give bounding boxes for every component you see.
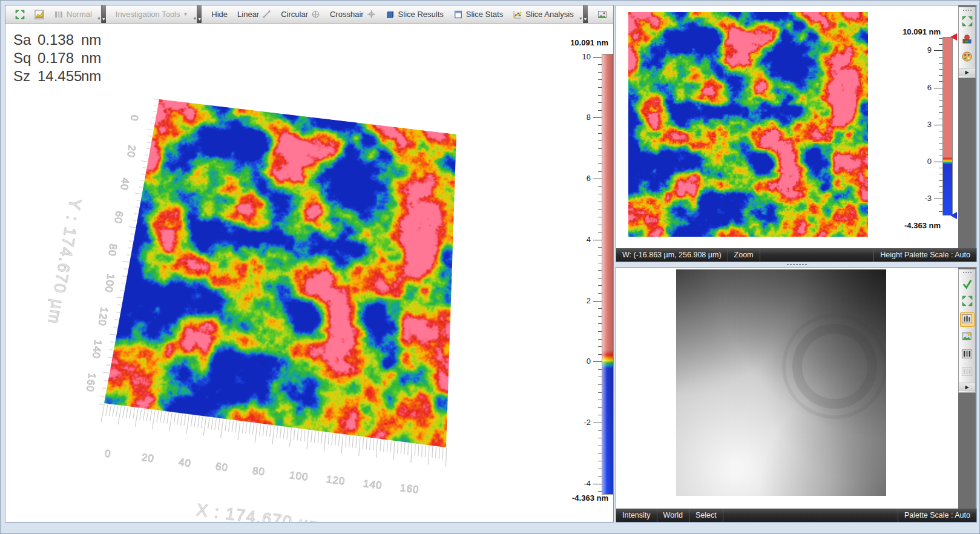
toolbar-grip[interactable] [962, 9, 972, 12]
colorbar-minor-tick [598, 64, 602, 65]
colorbar-minor-tick [939, 150, 942, 150]
colorbar-minor-tick [939, 186, 942, 187]
x-axis-tick-label: 40 [178, 456, 192, 469]
colorbar-minor-tick [598, 392, 602, 393]
colorbar-minor-tick [598, 232, 602, 232]
colorbar-minor-tick [598, 87, 602, 88]
colorbar-tick-label: 3 [910, 120, 932, 129]
colorbar-minor-tick [598, 331, 602, 332]
x-axis-tick-label: 120 [326, 473, 346, 488]
linear-slice-button[interactable]: Linear [232, 5, 276, 23]
slice-stats-button[interactable]: Slice Stats [449, 5, 508, 23]
colorbar-minor-tick [598, 270, 602, 271]
colorbar-minor-tick [939, 57, 942, 58]
colorbar-tick-label: 6 [569, 174, 591, 183]
world-mode-button[interactable]: World [657, 509, 689, 522]
view-mini-toolbar: ▶ [958, 7, 976, 78]
surface-3d-panel: Normal ▼ ▼ Investigation Tools ▼ ▼ ▼ Hid… [5, 5, 614, 522]
toolbar-section-handle[interactable]: ▼ [197, 5, 202, 23]
x-axis-tick-label: 80 [252, 465, 266, 478]
toolbar-overflow-chevron[interactable]: ▼ [97, 5, 101, 23]
colorbar-minor-tick [598, 407, 602, 408]
palette-scale-mode[interactable]: Height Palette Scale : Auto [873, 248, 976, 262]
slice-analysis-button[interactable]: Slice Analysis [508, 5, 578, 23]
columns-icon [54, 10, 64, 19]
toolbar-overflow-chevron[interactable]: ▼ [192, 5, 197, 23]
colorbar-minor-tick [939, 156, 942, 156]
select-mode-button[interactable]: Select [689, 509, 723, 522]
toolbar-expander[interactable]: ▶ [959, 383, 975, 391]
colorbar-minor-tick [598, 476, 602, 476]
height-map-view[interactable] [628, 12, 868, 237]
y-axis-title: Y : 174.670 µm [44, 197, 84, 326]
colorbar-tick-label: 10 [569, 52, 591, 61]
apply-button[interactable] [960, 277, 975, 292]
colorbar-minor-tick [598, 438, 602, 438]
toolbar-section-handle[interactable]: ▼ [101, 5, 106, 23]
x-axis-title: X : 174.670 µm [196, 501, 325, 522]
colorbar-minor-tick [598, 140, 602, 141]
colorbar-minor-tick [598, 79, 602, 80]
circular-slice-button[interactable]: Circular [276, 5, 325, 23]
image-settings-button[interactable] [960, 330, 975, 344]
colorbar-range-marker[interactable] [950, 33, 957, 41]
crosshair-label: Crosshair [330, 10, 364, 19]
colorbar-minor-tick [939, 106, 942, 107]
zoom-mode-button[interactable]: Zoom [728, 248, 760, 262]
linear-label: Linear [237, 10, 259, 19]
slice-analysis-icon [513, 10, 522, 19]
colorbar-range-marker[interactable] [950, 212, 957, 219]
x-axis-tick-label: 160 [400, 483, 420, 497]
colorbar-minor-tick [939, 211, 942, 212]
expand-arrows-icon [962, 295, 973, 309]
intensity-image-view[interactable] [676, 269, 886, 496]
columns-view-button-disabled[interactable] [960, 365, 975, 380]
plot-options-button[interactable] [30, 5, 49, 23]
panel-splitter[interactable] [616, 262, 977, 267]
x-axis-tick-label: 20 [141, 452, 155, 465]
hide-button[interactable]: Hide [206, 5, 232, 23]
palette-scale-mode[interactable]: Palette Scale : Auto [898, 509, 976, 522]
circular-slice-icon [311, 10, 320, 19]
toolbar-overflow-chevron[interactable]: ▼ [579, 5, 583, 23]
intensity-mode-button[interactable]: Intensity [616, 509, 657, 522]
slice-results-button[interactable]: Slice Results [381, 5, 449, 23]
stat-unit: nm [81, 67, 101, 85]
colorbar-minor-tick [939, 63, 942, 64]
slice-results-icon [386, 10, 395, 19]
toolbar-grip[interactable] [962, 271, 972, 274]
colorbar-range-marker[interactable] [613, 50, 614, 58]
colorbar-minor-tick [598, 354, 602, 355]
stat-value: 0.178 [38, 49, 81, 67]
fit-view-button[interactable] [960, 15, 975, 30]
colorbar-tick [593, 117, 602, 118]
colorbar-minor-tick [939, 75, 942, 76]
copy-image-button[interactable] [612, 5, 614, 23]
crosshair-button[interactable]: Crosshair [325, 5, 381, 23]
colorbar-minor-tick [939, 112, 942, 113]
columns-view-button[interactable] [960, 348, 975, 362]
toolbar-expander[interactable]: ▶ [959, 68, 975, 76]
colorbar-minor-tick [598, 95, 602, 96]
normal-mode-button[interactable]: Normal [49, 5, 97, 23]
cubes-3d-icon [961, 33, 973, 47]
view-3d-button[interactable] [960, 33, 975, 47]
investigation-tools-button[interactable]: Investigation Tools ▼ [111, 5, 193, 23]
fit-view-button[interactable] [10, 5, 30, 23]
colorbar-min-label: -4.363 nm [537, 493, 608, 503]
colorbar-gradient[interactable] [602, 54, 614, 495]
colorbar-range-marker[interactable] [613, 491, 614, 498]
histogram-view-button[interactable] [960, 312, 975, 327]
expand-arrows-icon [15, 10, 25, 19]
colorbar-minor-tick [939, 143, 942, 143]
fit-view-button[interactable] [960, 295, 975, 309]
colorbar-minor-tick [598, 346, 602, 347]
colorbar-tick-label: 4 [569, 235, 591, 244]
intensity-statusbar: Intensity World Select Palette Scale : A… [616, 509, 976, 522]
colorbar-tick-label: -4 [569, 479, 591, 488]
x-axis-tick-label: 140 [363, 478, 383, 492]
save-image-button[interactable] [593, 5, 612, 23]
colorbar-gradient[interactable] [942, 37, 953, 216]
toolbar-section-handle[interactable]: ▼ [583, 5, 588, 23]
palette-button[interactable] [960, 50, 975, 65]
